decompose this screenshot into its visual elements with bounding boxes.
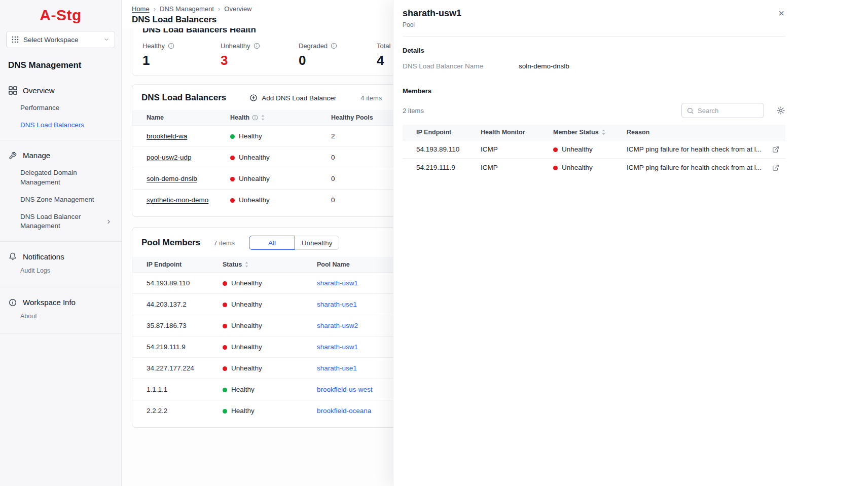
status-dot (223, 303, 227, 307)
status-label: Unhealthy (231, 322, 262, 329)
health-status-dot (230, 198, 235, 203)
health-status-label: Unhealthy (239, 175, 270, 182)
info-icon[interactable] (331, 43, 337, 49)
sidebar-item-overview[interactable]: Overview (0, 82, 121, 99)
stat-value: 0 (299, 53, 377, 68)
members-heading: Members (403, 87, 785, 95)
sidebar-item-notifications[interactable]: Notifications (0, 248, 121, 266)
table-row: 54.219.111.9 ICMP Unhealthy ICMP ping fa… (403, 159, 785, 177)
chevron-down-icon (103, 36, 110, 43)
status-dot (223, 281, 227, 286)
workspace-grid-icon (12, 36, 19, 43)
items-count: 4 items (360, 94, 382, 102)
stat-unhealthy: Unhealthy 3 (221, 42, 299, 68)
status-dot (223, 388, 227, 392)
breadcrumb-dns-management[interactable]: DNS Management (160, 5, 214, 13)
column-label: Member Status (553, 129, 599, 136)
status-dot (553, 166, 558, 170)
sidebar-nav: Overview Performance DNS Load Balancers … (0, 82, 121, 333)
info-icon[interactable] (168, 43, 174, 49)
chevron-right-icon (105, 218, 112, 225)
sidebar-item-audit-logs[interactable]: Audit Logs (0, 266, 121, 281)
search-input[interactable] (698, 107, 754, 115)
sidebar-item-label: Workspace Info (23, 298, 76, 307)
health-status-dot (230, 134, 235, 139)
lb-name-link[interactable]: synthetic-mon-demo (147, 196, 208, 204)
status-dot (553, 147, 558, 152)
field-value: soln-demo-dnslb (519, 62, 569, 70)
stat-label: Healthy (142, 42, 165, 50)
sidebar-item-about[interactable]: About (0, 311, 121, 327)
info-icon[interactable] (254, 43, 260, 49)
sidebar-divider (0, 287, 121, 287)
sidebar-item-dns-lb-management[interactable]: DNS Load Balancer Management (0, 208, 121, 235)
app-root: A-Stg Select Workspace DNS Management Ov… (0, 0, 868, 486)
overview-grid-icon (8, 86, 17, 95)
sidebar-item-label: Notifications (23, 252, 64, 261)
status-dot (223, 409, 227, 414)
pool-name-link[interactable]: sharath-use1 (317, 364, 357, 372)
breadcrumb-home[interactable]: Home (132, 5, 150, 13)
ip-endpoint: 1.1.1.1 (132, 379, 216, 400)
lb-name-link[interactable]: brookfield-wa (147, 132, 187, 140)
pool-name-link[interactable]: sharath-usw1 (317, 279, 358, 287)
status-label: Unhealthy (231, 343, 262, 351)
sort-icon[interactable] (261, 115, 265, 121)
pool-name-link[interactable]: sharath-usw1 (317, 343, 358, 351)
detail-field: DNS Load Balancer Name soln-demo-dnslb (403, 62, 785, 70)
wrench-icon (8, 152, 17, 160)
circle-plus-icon (249, 94, 258, 102)
sidebar-item-label: DNS Load Balancer Management (20, 212, 96, 231)
sidebar-item-dns-zone-management[interactable]: DNS Zone Management (0, 191, 121, 208)
status-label: Unhealthy (562, 164, 593, 171)
external-link-icon[interactable] (772, 146, 779, 153)
gear-icon[interactable] (776, 106, 785, 115)
sidebar-item-workspace-info[interactable]: Workspace Info (0, 293, 121, 311)
tab-unhealthy[interactable]: Unhealthy (295, 236, 339, 250)
sort-icon[interactable] (601, 129, 606, 135)
stat-value: 1 (142, 53, 221, 68)
card-title: Pool Members (141, 238, 200, 248)
tab-all[interactable]: All (249, 236, 295, 250)
add-dns-load-balancer-button[interactable]: Add DNS Load Balancer (249, 94, 336, 102)
table-row: 54.193.89.110 ICMP Unhealthy ICMP ping f… (403, 140, 785, 159)
search-icon (686, 107, 694, 115)
pool-name-link[interactable]: sharath-use1 (317, 301, 357, 308)
sidebar-item-delegated-domain-management[interactable]: Delegated Domain Management (0, 164, 121, 191)
column-header-health-monitor: Health Monitor (475, 125, 547, 140)
health-status-label: Unhealthy (239, 196, 270, 204)
workspace-selector[interactable]: Select Workspace (6, 31, 115, 48)
sort-icon[interactable] (244, 261, 249, 268)
sidebar-item-manage[interactable]: Manage (0, 146, 121, 164)
column-header-member-status[interactable]: Member Status (547, 125, 621, 140)
pool-name-link[interactable]: sharath-usw2 (317, 322, 358, 329)
pool-detail-drawer: sharath-usw1 Pool × Details DNS Load Bal… (393, 0, 868, 486)
lb-name-link[interactable]: soln-demo-dnslb (147, 175, 197, 182)
sidebar-item-dns-load-balancers[interactable]: DNS Load Balancers (0, 117, 121, 134)
column-header-health[interactable]: Health (224, 110, 325, 126)
sidebar: A-Stg Select Workspace DNS Management Ov… (0, 0, 122, 486)
column-header-status[interactable]: Status (216, 257, 311, 273)
pool-name-link[interactable]: brookfield-us-west (317, 386, 373, 393)
stat-healthy: Healthy 1 (142, 42, 221, 68)
close-icon[interactable]: × (778, 8, 784, 18)
status-label: Unhealthy (231, 364, 262, 372)
breadcrumb-separator-icon: › (154, 5, 156, 13)
members-count: 2 items (403, 107, 424, 115)
field-label: DNS Load Balancer Name (403, 62, 519, 70)
external-link-icon[interactable] (772, 164, 779, 171)
pool-name-link[interactable]: brookfield-oceana (317, 407, 371, 415)
breadcrumb-overview[interactable]: Overview (224, 5, 251, 13)
health-status-dot (230, 156, 235, 160)
sidebar-divider (0, 241, 121, 242)
sidebar-item-performance[interactable]: Performance (0, 99, 121, 117)
members-header-row: IP Endpoint Health Monitor Member Status… (403, 125, 785, 140)
status-dot (223, 366, 227, 371)
lb-name-link[interactable]: pool-usw2-udp (147, 154, 192, 161)
info-icon[interactable] (252, 115, 258, 121)
ip-endpoint: 44.203.137.2 (132, 294, 216, 315)
ip-endpoint: 35.87.186.73 (132, 315, 216, 337)
members-search[interactable] (681, 103, 764, 118)
column-header-name: Name (132, 110, 224, 126)
column-label: Health (230, 114, 249, 121)
